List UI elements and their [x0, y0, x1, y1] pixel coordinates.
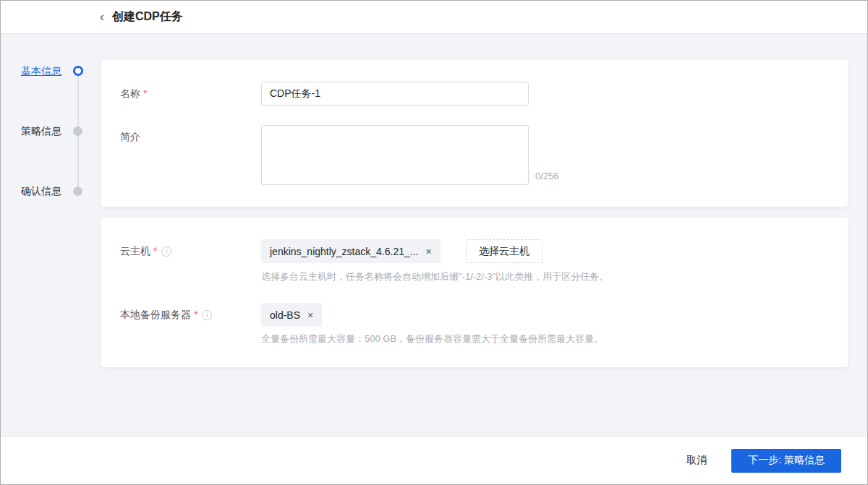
step-active-circle-icon	[73, 66, 83, 76]
description-label-text: 简介	[120, 131, 140, 142]
backup-server-label: 本地备份服务器*i	[120, 303, 212, 327]
backup-server-label-text: 本地备份服务器	[120, 309, 191, 320]
required-mark: *	[143, 87, 147, 99]
step-policy-info[interactable]: 策略信息	[1, 125, 95, 138]
vm-tag: jenkins_nightly_zstack_4.6.21_... ×	[261, 239, 441, 263]
step-label[interactable]: 基本信息	[21, 65, 61, 78]
step-basic-info[interactable]: 基本信息	[1, 65, 95, 78]
resource-panel: 云主机*i jenkins_nightly_zstack_4.6.21_... …	[101, 218, 848, 367]
step-confirm-info[interactable]: 确认信息	[1, 185, 95, 198]
page-title: 创建CDP任务	[112, 9, 183, 25]
backup-server-tag: old-BS ×	[261, 303, 322, 327]
create-cdp-task-page: ‹ 创建CDP任务 基本信息 策略信息 确认信息 名称* 简介 0/256	[0, 0, 868, 485]
step-dot-icon	[73, 126, 82, 136]
back-icon[interactable]: ‹	[95, 1, 109, 34]
vm-tag-close-icon[interactable]: ×	[425, 246, 431, 257]
step-label[interactable]: 确认信息	[21, 185, 61, 198]
vm-label: 云主机*i	[120, 239, 171, 263]
description-label: 简介	[120, 125, 140, 149]
name-label-text: 名称	[120, 87, 140, 99]
vm-hint-text: 选择多台云主机时，任务名称将会自动增加后缀"-1/-2/-3"以此类推，用于区分…	[261, 270, 608, 283]
backup-server-tag-label: old-BS	[270, 309, 300, 321]
step-label[interactable]: 策略信息	[21, 125, 61, 138]
page-header: ‹ 创建CDP任务	[1, 1, 867, 34]
name-label: 名称*	[120, 82, 147, 106]
footer-bar: 取消 下一步: 策略信息	[1, 436, 867, 484]
cancel-button[interactable]: 取消	[686, 454, 707, 467]
info-icon[interactable]: i	[161, 246, 171, 257]
description-textarea[interactable]	[261, 125, 529, 185]
backup-server-tag-close-icon[interactable]: ×	[307, 310, 313, 320]
name-input[interactable]	[261, 82, 529, 106]
select-vm-button[interactable]: 选择云主机	[466, 239, 542, 263]
vm-label-text: 云主机	[120, 245, 150, 257]
step-dot-icon	[73, 186, 82, 196]
required-mark: *	[194, 309, 197, 320]
next-step-button[interactable]: 下一步: 策略信息	[731, 449, 841, 473]
required-mark: *	[153, 245, 157, 257]
backup-server-hint-text: 全量备份所需最大容量：500 GB，备份服务器容量需大于全量备份所需最大容量。	[261, 332, 603, 345]
info-icon[interactable]: i	[202, 310, 212, 320]
vm-tag-label: jenkins_nightly_zstack_4.6.21_...	[270, 246, 418, 257]
basic-info-panel: 名称* 简介 0/256	[101, 60, 848, 207]
char-counter: 0/256	[535, 171, 559, 181]
